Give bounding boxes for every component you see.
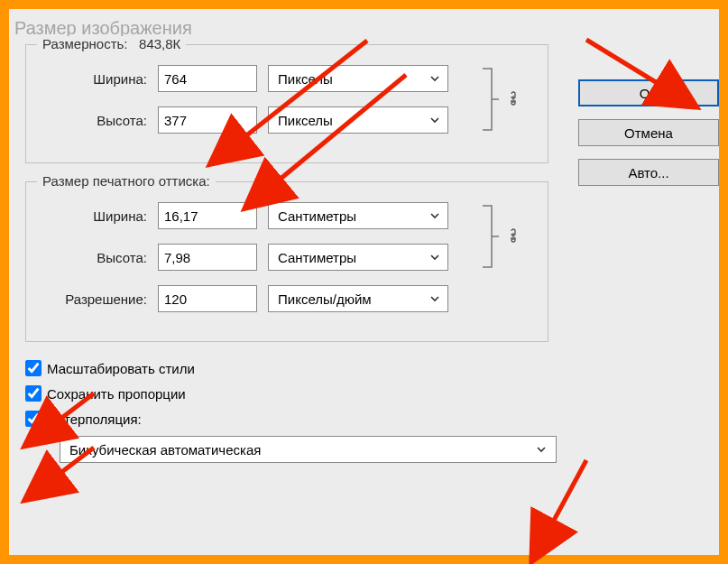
print-size-group: Размер печатного оттиска: Ширина: Сантим… <box>25 181 548 342</box>
dialog-title: Размер изображения <box>9 9 719 39</box>
auto-label: Авто... <box>628 165 668 180</box>
chevron-down-icon <box>429 73 440 84</box>
px-width-row: Ширина: Пикселы <box>41 65 533 92</box>
px-height-input[interactable] <box>158 106 257 134</box>
scale-styles-check[interactable]: Масштабировать стили <box>25 360 550 376</box>
doc-height-unit-select[interactable]: Сантиметры <box>268 244 448 271</box>
doc-height-unit-label: Сантиметры <box>278 250 356 265</box>
px-height-row: Высота: Пикселы <box>41 106 533 134</box>
cancel-label: Отмена <box>624 125 673 141</box>
pixel-dimensions-legend: Размерность: 843,8К <box>37 36 186 51</box>
scale-styles-checkbox[interactable] <box>25 360 41 376</box>
doc-link-bracket <box>481 202 499 271</box>
dim-legend-text: Размерность: <box>42 36 128 51</box>
interpolation-select[interactable]: Бикубическая автоматическая <box>60 436 557 463</box>
auto-button[interactable]: Авто... <box>578 159 719 186</box>
doc-width-unit-label: Сантиметры <box>278 208 356 224</box>
side-buttons: ОК Отмена Авто... <box>578 79 719 186</box>
checkbox-group: Масштабировать стили Сохранить пропорции… <box>25 360 550 427</box>
chevron-down-icon <box>536 444 547 455</box>
filesize: 843,8К <box>139 36 180 51</box>
chevron-down-icon <box>429 210 440 221</box>
px-height-unit-label: Пикселы <box>278 113 333 128</box>
doc-width-row: Ширина: Сантиметры <box>41 202 533 229</box>
constrain-label: Сохранить пропорции <box>47 386 186 402</box>
chevron-down-icon <box>429 115 440 125</box>
doc-height-row: Высота: Сантиметры <box>41 244 533 271</box>
doc-width-label: Ширина: <box>41 208 147 224</box>
image-size-dialog: Размер изображения ОК Отмена Авто... Раз… <box>9 9 719 555</box>
dialog-body: Размерность: 843,8К Ширина: Пикселы Высо… <box>9 39 559 463</box>
link-icon <box>506 90 522 106</box>
scale-styles-label: Масштабировать стили <box>47 361 195 376</box>
interpolation-value: Бикубическая автоматическая <box>69 442 261 458</box>
px-width-unit-select[interactable]: Пикселы <box>268 65 448 92</box>
resolution-label: Разрешение: <box>41 291 147 307</box>
px-width-label: Ширина: <box>41 71 147 87</box>
interpolation-label: Интерполяция: <box>47 411 142 427</box>
chevron-down-icon <box>429 293 440 304</box>
doc-height-input[interactable] <box>158 244 257 271</box>
print-legend: Размер печатного оттиска: <box>37 173 216 189</box>
resolution-unit-select[interactable]: Пикселы/дюйм <box>268 285 448 312</box>
constrain-check[interactable]: Сохранить пропорции <box>25 385 550 402</box>
ok-label: ОК <box>640 86 658 101</box>
doc-height-label: Высота: <box>41 250 147 265</box>
cancel-button[interactable]: Отмена <box>578 119 719 146</box>
px-width-input[interactable] <box>158 65 257 92</box>
link-icon <box>506 227 522 244</box>
constrain-checkbox[interactable] <box>25 385 41 402</box>
resolution-row: Разрешение: Пикселы/дюйм <box>41 285 533 312</box>
chevron-down-icon <box>429 252 440 263</box>
interpolation-check[interactable]: Интерполяция: <box>25 411 550 427</box>
doc-width-input[interactable] <box>158 202 257 229</box>
px-width-unit-label: Пикселы <box>278 71 333 87</box>
interpolation-checkbox[interactable] <box>25 411 41 427</box>
px-height-unit-select[interactable]: Пикселы <box>268 106 448 134</box>
resolution-input[interactable] <box>158 285 257 312</box>
px-link-bracket <box>481 65 499 134</box>
annotation-arrow-icon <box>514 453 595 543</box>
doc-width-unit-select[interactable]: Сантиметры <box>268 202 448 229</box>
resolution-unit-label: Пикселы/дюйм <box>278 291 372 307</box>
annotation-frame: Размер изображения ОК Отмена Авто... Раз… <box>0 0 728 564</box>
pixel-dimensions-group: Размерность: 843,8К Ширина: Пикселы Высо… <box>25 44 548 163</box>
ok-button[interactable]: ОК <box>578 79 719 106</box>
px-height-label: Высота: <box>41 113 147 128</box>
